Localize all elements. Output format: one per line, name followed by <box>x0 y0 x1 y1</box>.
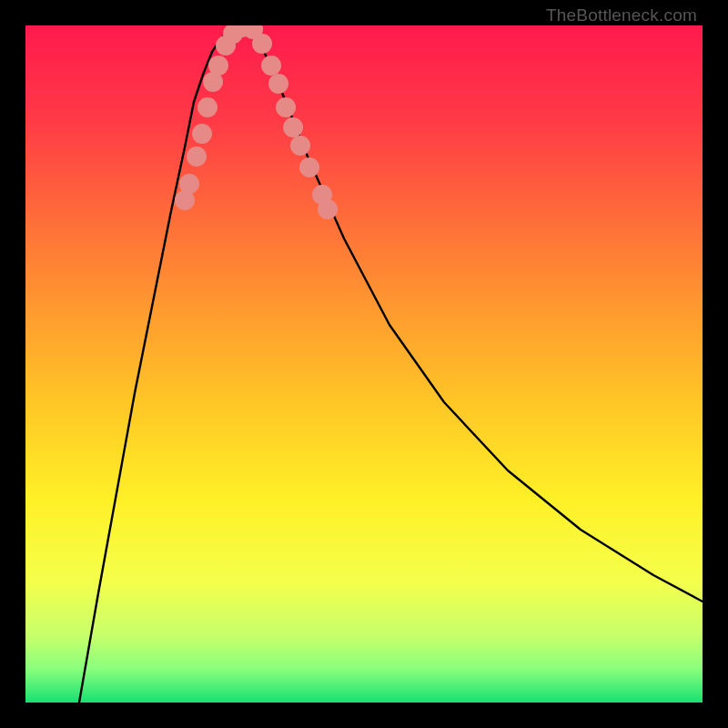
curve-right-curve <box>248 25 703 602</box>
data-marker <box>252 34 272 54</box>
data-marker <box>290 136 310 156</box>
curve-left-curve <box>79 25 237 703</box>
outer-frame: TheBottleneck.com <box>0 0 728 728</box>
data-marker <box>187 147 207 167</box>
data-marker <box>208 56 228 76</box>
plot-area <box>25 25 703 703</box>
data-marker <box>192 124 212 144</box>
data-marker <box>318 199 338 219</box>
data-marker <box>179 174 199 194</box>
data-marker <box>268 74 288 94</box>
data-marker <box>299 157 319 177</box>
data-marker <box>197 97 217 117</box>
data-marker <box>276 97 296 117</box>
watermark-text: TheBottleneck.com <box>546 5 697 25</box>
data-marker <box>283 117 303 137</box>
plot-curves <box>25 25 703 703</box>
data-marker <box>261 56 281 76</box>
